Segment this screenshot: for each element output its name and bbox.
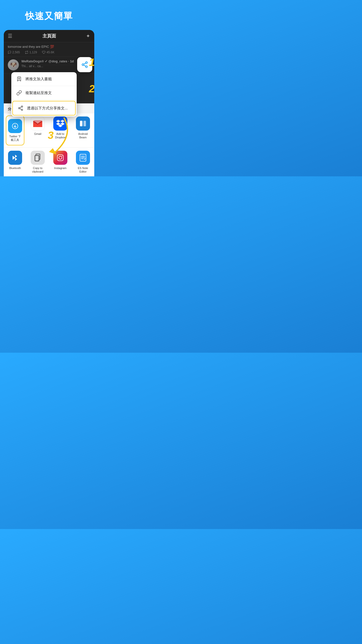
- copy-clipboard-icon: [31, 151, 45, 165]
- dropdown-menu: 將推文加入書籤 複製連結至推文 透過以下方式分享推文...: [11, 72, 77, 116]
- comment-count: 2,565: [8, 51, 20, 54]
- page-title: 主頁面: [42, 33, 56, 39]
- bookmark-label: 將推文加入書籤: [25, 77, 52, 82]
- tweet-preview: tomorrow and they are EPIC 💯 2,565 1,129…: [4, 42, 94, 57]
- app-gmail[interactable]: Gmail: [26, 113, 49, 147]
- gmail-icon: [31, 116, 45, 131]
- svg-rect-19: [80, 121, 82, 126]
- instagram-label: Instagram: [54, 166, 67, 170]
- app-bluetooth[interactable]: Bluetooth: [4, 148, 26, 177]
- avatar: 🐶: [8, 59, 19, 70]
- copy-link-item[interactable]: 複製連結至推文: [11, 86, 77, 100]
- android-beam-icon: [76, 116, 90, 131]
- like-count: 45.6K: [42, 51, 54, 54]
- svg-line-10: [20, 108, 21, 109]
- dropbox-icon: [53, 116, 67, 131]
- gmail-label: Gmail: [34, 132, 41, 136]
- app-android-beam[interactable]: AndroidBeam: [72, 113, 94, 147]
- menu-icon[interactable]: ☰: [8, 33, 12, 39]
- svg-point-26: [62, 155, 63, 156]
- hero-title: 快速又簡單: [25, 10, 73, 22]
- bluetooth-icon: [8, 151, 22, 165]
- twitter-dl-label: Twitter 下載工具: [9, 135, 21, 142]
- svg-marker-14: [56, 120, 60, 123]
- step-1-label: 1: [89, 56, 94, 68]
- share-tweet-item[interactable]: 透過以下方式分享推文...: [12, 101, 76, 115]
- bluetooth-label: Bluetooth: [9, 166, 21, 170]
- sparkle-icon[interactable]: ✦: [86, 33, 90, 39]
- svg-rect-22: [35, 155, 39, 161]
- svg-line-11: [20, 107, 21, 108]
- svg-rect-24: [57, 155, 63, 161]
- share-tweet-label: 透過以下方式分享推文...: [27, 106, 68, 111]
- svg-marker-15: [60, 120, 65, 123]
- phone-mockup: 1 2 3 ☰ 主頁面 ✦ tomorrow and they are EPIC…: [4, 30, 94, 176]
- app-grid-row2: Bluetooth Copy toclipboard: [4, 147, 94, 177]
- android-beam-label: AndroidBeam: [78, 132, 88, 139]
- bookmark-item[interactable]: 將推文加入書籤: [11, 72, 77, 86]
- twitter-header: ☰ 主頁面 ✦: [4, 30, 94, 42]
- app-twitter-dl[interactable]: Twitter 下載工具: [6, 115, 24, 145]
- svg-point-25: [59, 156, 62, 159]
- tweet-author: WeRateDogs® ✓ @dog_rates · 1d: [21, 59, 84, 63]
- tweet-body: Thi... all v... ca...: [21, 64, 84, 68]
- instagram-icon: [53, 151, 67, 165]
- app-instagram[interactable]: Instagram: [49, 148, 72, 177]
- copy-link-label: 複製連結至推文: [25, 91, 52, 95]
- app-copy-clipboard[interactable]: Copy toclipboard: [26, 148, 49, 177]
- app-es-note[interactable]: ES NoteEditor: [72, 148, 94, 177]
- step-3-label: 3: [48, 129, 54, 141]
- step-2-label: 2: [89, 83, 94, 95]
- es-note-label: ES NoteEditor: [78, 166, 88, 174]
- tweet-text: tomorrow and they are EPIC 💯: [8, 45, 90, 49]
- svg-line-4: [84, 63, 86, 64]
- dropbox-label: Add toDropbox: [55, 132, 66, 139]
- retweet-count: 1,129: [25, 51, 37, 54]
- twitter-dl-icon: [8, 119, 22, 133]
- svg-line-3: [84, 65, 86, 66]
- es-note-icon: [76, 151, 90, 165]
- tweet-stats: 2,565 1,129 45.6K: [8, 51, 90, 54]
- hero-section: 快速又簡單: [25, 0, 73, 30]
- svg-rect-20: [83, 121, 86, 126]
- copy-clipboard-label: Copy toclipboard: [32, 166, 43, 174]
- tweet-content: WeRateDogs® ✓ @dog_rates · 1d Thi... all…: [21, 59, 84, 68]
